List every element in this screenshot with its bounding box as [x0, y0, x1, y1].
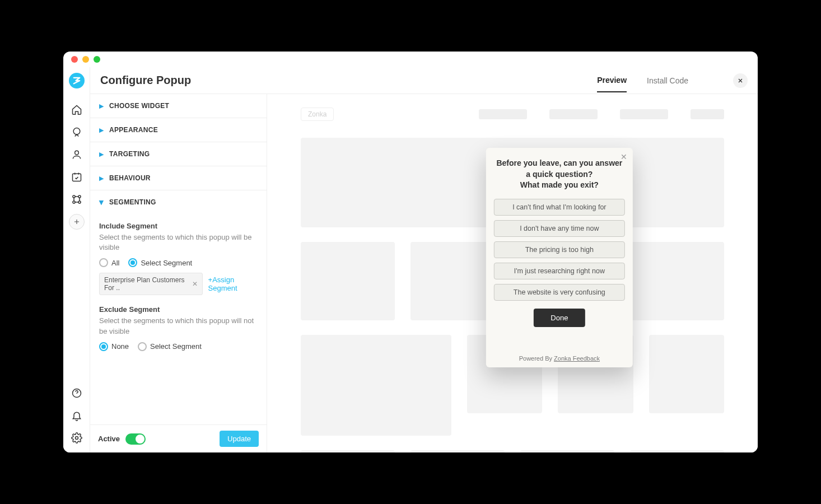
page-title: Configure Popup [100, 74, 575, 87]
window-close-dot[interactable] [71, 56, 78, 63]
settings-icon[interactable] [69, 430, 85, 446]
svg-point-8 [75, 437, 78, 440]
skeleton-block [649, 335, 724, 413]
config-panel: ▶ CHOOSE WIDGET ▶ APPEARANCE ▶ TARGETING [90, 94, 267, 452]
skeleton-block [410, 450, 505, 452]
svg-point-6 [78, 201, 80, 203]
include-radio-all[interactable]: All [99, 258, 119, 267]
skeleton-block [520, 450, 614, 452]
accordion-choose-widget[interactable]: ▶ CHOOSE WIDGET [90, 94, 267, 118]
skeleton-block [630, 242, 724, 320]
powered-by: Powered By Zonka Feedback [494, 355, 625, 362]
include-radio-select[interactable]: Select Segment [128, 258, 192, 267]
preview-logo: Zonka [301, 108, 334, 121]
segmenting-content: Include Segment Select the segments to w… [90, 214, 267, 370]
accordion-segmenting[interactable]: ▶ SEGMENTING [90, 190, 267, 214]
survey-answer[interactable]: The website is very confusing [494, 284, 625, 301]
nav-skeleton [549, 109, 598, 119]
nav-skeleton [691, 109, 724, 119]
assign-segment-link[interactable]: +Assign Segment [208, 276, 258, 292]
survey-answer[interactable]: The pricing is too high [494, 241, 625, 258]
skeleton-block: Save [630, 450, 724, 452]
preview-stage: Zonka [267, 94, 758, 452]
window-maximize-dot[interactable] [94, 56, 100, 63]
segment-chip[interactable]: Enterprise Plan Customers For .. ✕ [99, 273, 203, 295]
tab-preview[interactable]: Preview [597, 76, 627, 92]
survey-done-button[interactable]: Done [534, 309, 585, 327]
nav-skeleton [479, 109, 527, 119]
exclude-heading: Exclude Segment [99, 305, 258, 314]
skeleton-block [301, 450, 395, 452]
accordion-appearance[interactable]: ▶ APPEARANCE [90, 118, 267, 142]
svg-rect-2 [72, 174, 81, 181]
survey-answer[interactable]: I don't have any time now [494, 220, 625, 237]
powered-by-link[interactable]: Zonka Feedback [554, 355, 600, 362]
svg-point-5 [72, 201, 74, 203]
panel-footer: Active Update [90, 424, 267, 452]
calendar-icon[interactable] [69, 169, 85, 185]
close-button[interactable] [733, 73, 748, 88]
brand-logo[interactable] [69, 73, 85, 88]
add-icon[interactable] [69, 214, 85, 230]
popup-close-icon[interactable]: ✕ [621, 152, 627, 161]
skeleton-block [301, 242, 395, 320]
accordion-behaviour[interactable]: ▶ BEHAVIOUR [90, 166, 267, 190]
skeleton-block [301, 335, 451, 436]
svg-point-1 [74, 151, 78, 155]
app-window: Configure Popup Preview Install Code ▶ C… [63, 52, 758, 452]
tab-install-code[interactable]: Install Code [647, 76, 688, 92]
feedback-icon[interactable] [69, 124, 85, 140]
survey-answer[interactable]: I'm just researching right now [494, 263, 625, 279]
accordion-targeting[interactable]: ▶ TARGETING [90, 142, 267, 166]
exclude-radio-select[interactable]: Select Segment [138, 342, 202, 351]
exclude-radio-none[interactable]: None [99, 342, 129, 351]
svg-point-4 [78, 195, 80, 198]
survey-answer[interactable]: I can't find what I'm looking for [494, 199, 625, 216]
page-header: Configure Popup Preview Install Code [90, 67, 758, 94]
nav-rail [63, 67, 90, 452]
help-icon[interactable] [69, 385, 85, 401]
svg-point-3 [72, 195, 74, 198]
active-toggle[interactable] [125, 433, 146, 445]
nav-skeleton [620, 109, 668, 119]
include-heading: Include Segment [99, 222, 258, 230]
header-tabs: Preview Install Code [597, 69, 688, 92]
window-minimize-dot[interactable] [82, 56, 89, 63]
notifications-icon[interactable] [69, 408, 85, 423]
mac-titlebar [63, 52, 758, 67]
workflow-icon[interactable] [69, 192, 85, 207]
home-icon[interactable] [69, 102, 85, 118]
update-button[interactable]: Update [220, 431, 259, 447]
exclude-desc: Select the segments to which this popup … [99, 316, 258, 336]
active-label: Active [98, 435, 120, 443]
contacts-icon[interactable] [69, 147, 85, 162]
chip-remove-icon[interactable]: ✕ [192, 280, 198, 288]
survey-question: Before you leave, can you answer a quick… [494, 158, 625, 191]
include-desc: Select the segments to which this popup … [99, 232, 258, 253]
survey-popup: ✕ Before you leave, can you answer a qui… [486, 148, 633, 367]
